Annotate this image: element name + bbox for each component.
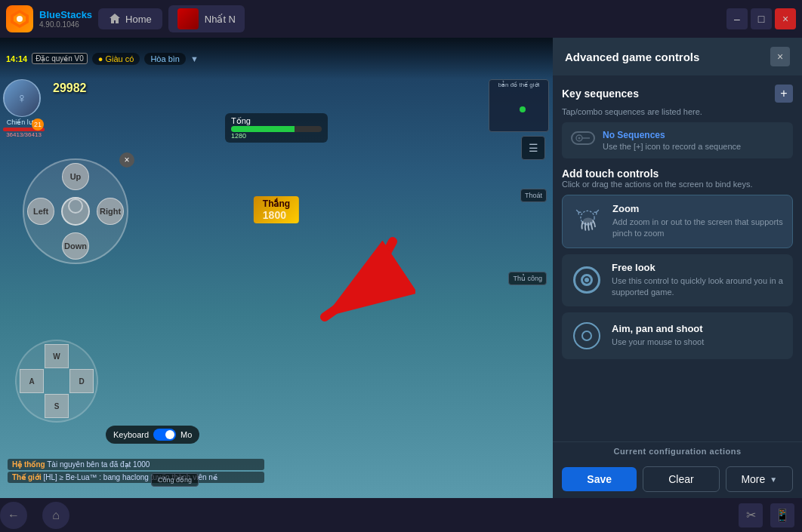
zoom-control-name: Zoom: [612, 203, 783, 214]
add-sequence-button[interactable]: +: [775, 85, 793, 103]
dpad-left-button[interactable]: Left: [27, 198, 54, 225]
chat-line-1: Hệ thống Tài nguyên bên ta đã đạt 1000: [8, 459, 264, 470]
keyboard-dpad: W S A D: [15, 340, 98, 423]
victory-badge: Thắng 1800: [254, 196, 299, 223]
hero-score: 29982: [53, 81, 87, 95]
chat-log: Hệ thống Tài nguyên bên ta đã đạt 1000 T…: [8, 457, 264, 483]
config-footer: Current configuration actions Save Clear…: [553, 441, 802, 498]
svg-point-5: [578, 137, 581, 140]
svg-point-8: [583, 218, 594, 226]
game-tab[interactable]: Nhất N: [168, 5, 245, 32]
no-sequences-box: No Sequences Use the [+] icon to record …: [562, 122, 793, 158]
chat-label-1: Hệ thống: [12, 460, 45, 469]
chat-line-2: Thế giới [HL] ≥ Be·Lua™ : bang haclong t…: [8, 472, 264, 483]
kbd-d-button[interactable]: D: [69, 369, 94, 393]
weapon-label: Hòa bìn: [150, 54, 180, 63]
no-sequences-description: Use the [+] icon to record a sequence: [603, 142, 741, 151]
save-button[interactable]: Save: [562, 467, 637, 491]
scissors-icon[interactable]: ✂: [739, 503, 763, 527]
minimap-player-dot: [520, 106, 526, 112]
escape-button[interactable]: Thoát: [520, 189, 547, 202]
dpad-circle: × Up Down Left Right: [23, 158, 128, 264]
maximize-button[interactable]: □: [751, 8, 772, 29]
keyboard-label: Keyboard: [113, 430, 149, 439]
touch-controls-section: Add touch controls Click or drag the act…: [562, 168, 793, 189]
rank-badge: Đặc quyền V0: [32, 53, 88, 64]
hud-top: 14:14 Đặc quyền V0 ● Giàu có Hòa bìn ▼: [0, 38, 553, 79]
victory-label: Thắng: [263, 198, 290, 209]
chat-label-2: Thế giới: [12, 473, 42, 481]
enemy-name: Tống: [231, 116, 322, 126]
mouse-label: Mo: [180, 430, 192, 439]
chat-text-1: Tài nguyên bên ta đã đạt 1000: [47, 460, 150, 469]
keyboard-mouse-toggle[interactable]: Keyboard Mo: [106, 426, 199, 444]
aim-icon: [571, 320, 603, 352]
craft-button[interactable]: Thủ công: [508, 272, 547, 285]
dpad-right-button[interactable]: Right: [97, 198, 124, 225]
freelook-control-name: Free look: [612, 262, 784, 273]
bluestacks-logo: [6, 5, 33, 32]
kbd-s-button[interactable]: S: [45, 394, 69, 418]
freelook-control-desc: Use this control to quickly look around …: [612, 275, 784, 299]
more-button[interactable]: More ▼: [726, 466, 793, 492]
panel-header: Advanced game controls ×: [553, 38, 802, 75]
touch-controls-title: Add touch controls: [562, 168, 793, 180]
home-nav-button[interactable]: ⌂: [42, 502, 69, 529]
mobile-icon[interactable]: 📱: [770, 503, 794, 527]
minimize-button[interactable]: –: [726, 8, 748, 29]
right-panel: Advanced game controls × Key sequences +…: [553, 38, 802, 498]
aim-control-card[interactable]: Aim, pan and shoot Use your mouse to sho…: [562, 312, 793, 359]
key-sequences-desc: Tap/combo sequences are listed here.: [562, 107, 793, 116]
enemy-hp-bar: [231, 126, 322, 132]
touch-controls-desc: Click or drag the actions on the screen …: [562, 180, 793, 189]
dpad-close-button[interactable]: ×: [119, 152, 134, 168]
battle-enemy: Tống 1280: [225, 113, 328, 143]
clear-button[interactable]: Clear: [643, 466, 719, 492]
config-buttons: Save Clear More ▼: [553, 460, 802, 498]
enemy-score: 1280: [231, 132, 322, 140]
toggle-knob: [165, 430, 174, 439]
back-button[interactable]: ←: [0, 502, 27, 529]
chevron-down-icon: ▼: [770, 475, 777, 484]
home-button[interactable]: Home: [98, 8, 162, 29]
aim-control-desc: Use your mouse to shoot: [612, 337, 784, 348]
panel-close-button[interactable]: ×: [770, 47, 790, 66]
kbd-a-button[interactable]: A: [20, 369, 44, 393]
community-button[interactable]: Công đồng: [151, 473, 199, 487]
gold-display: ● Giàu có: [92, 53, 140, 65]
kbd-w-button[interactable]: W: [45, 344, 69, 368]
hero-avatar: ♀: [3, 79, 41, 117]
zoom-control-desc: Add zoom in or out to the screen that su…: [612, 217, 783, 240]
config-label: Current configuration actions: [553, 442, 802, 460]
svg-point-2: [17, 16, 23, 22]
app-name: BlueStacks: [39, 9, 92, 20]
dpad-container: × Up Down Left Right: [23, 158, 128, 264]
zoom-icon: [572, 205, 603, 237]
dropdown-arrow: ▼: [190, 54, 199, 63]
panel-body: Key sequences + Tap/combo sequences are …: [553, 75, 802, 441]
aim-control-info: Aim, pan and shoot Use your mouse to sho…: [612, 323, 784, 348]
freelook-control-card[interactable]: Free look Use this control to quickly lo…: [562, 254, 793, 306]
zoom-control-card[interactable]: Zoom Add zoom in or out to the screen th…: [562, 195, 793, 248]
key-sequences-title: Key sequences: [562, 88, 639, 100]
close-window-button[interactable]: ×: [775, 8, 796, 29]
keyboard-dpad-circle: W S A D: [15, 340, 98, 423]
panel-title: Advanced game controls: [565, 51, 699, 63]
enemy-hp-fill: [231, 126, 295, 132]
game-time: 14:14: [6, 54, 27, 63]
no-sequences-text: No Sequences Use the [+] icon to record …: [603, 130, 741, 151]
dpad-down-button[interactable]: Down: [62, 232, 89, 260]
game-area: 14:14 Đặc quyền V0 ● Giàu có Hòa bìn ▼ ♀…: [0, 38, 553, 498]
dpad-up-button[interactable]: Up: [62, 163, 89, 190]
app-version: 4.90.0.1046: [39, 20, 92, 29]
window-controls: – □ ×: [726, 8, 796, 29]
game-tab-icon: [177, 8, 199, 29]
freelook-control-info: Free look Use this control to quickly lo…: [612, 262, 784, 299]
toggle-switch[interactable]: [153, 429, 176, 441]
no-sequences-title: No Sequences: [603, 130, 741, 140]
weapon-display: Hòa bìn: [144, 53, 186, 65]
app-title: BlueStacks 4.90.0.1046: [39, 9, 92, 29]
bottom-bar: ← ⌂ ✂ 📱: [0, 498, 802, 532]
freelook-icon: [571, 264, 603, 296]
minimap-label: bản đồ thế giới: [489, 80, 548, 90]
